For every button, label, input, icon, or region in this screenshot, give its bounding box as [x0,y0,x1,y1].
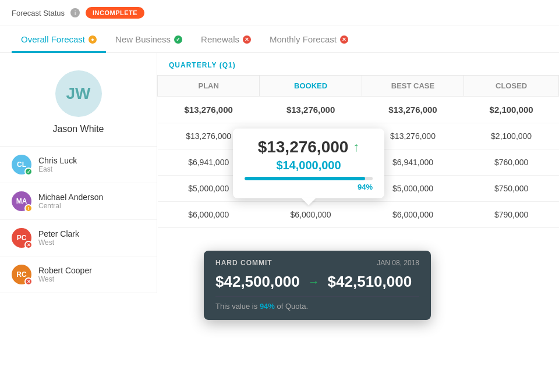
rep-region-pc: West [38,238,79,247]
rep-info-pc: Peter Clark West [38,229,79,247]
hard-commit-header: HARD COMMIT JAN 08, 2018 [215,259,419,267]
rep-info-cl: Chris Luck East [38,156,77,173]
tooltip-percent: 94% [245,183,373,191]
hard-commit-popup: HARD COMMIT JAN 08, 2018 $42,500,000 → $… [204,251,431,320]
rep-row-rc[interactable]: RC ✕ Robert Cooper West [0,256,157,293]
rep-avatar-ma: MA ! [12,191,31,211]
pc-closed: $750,000 [464,176,559,202]
tab-monthly[interactable]: Monthly Forecast ✕ [260,26,358,53]
rep-name-pc: Peter Clark [38,229,79,238]
hard-commit-label: HARD COMMIT [215,259,273,267]
rep-region-rc: West [38,275,92,283]
tab-renewals[interactable]: Renewals ✕ [192,26,260,53]
jw-booked: $13,276,000 [260,97,362,123]
rep-avatar-cl: CL ✓ [12,155,31,174]
jw-closed: $2,100,000 [464,97,559,123]
rep-info-ma: Michael Anderson Central [38,193,103,210]
rep-region-cl: East [38,165,77,173]
rep-region-ma: Central [38,202,103,210]
rep-name-rc: Robert Cooper [38,266,92,275]
rep-info-rc: Robert Cooper West [38,266,92,283]
ma-closed: $760,000 [464,149,559,176]
main-user-name: Jason White [52,124,104,134]
tooltip-main-value: $13,276,000 ↑ [245,138,373,156]
col-best-case: BEST CASE [362,76,464,97]
left-panel: JW Jason White CL ✓ Chris Luck East MA ! [0,53,157,293]
status-badge: INCOMPLETE [86,7,144,19]
rep-status-dot-ma: ! [24,204,33,212]
progress-bar-fill [245,177,365,180]
tab-monthly-label: Monthly Forecast [270,34,337,44]
table-row-rc[interactable]: $6,000,000 $6,000,000 $6,000,000 $790,00… [158,202,559,228]
rep-row[interactable]: CL ✓ Chris Luck East [0,147,157,183]
hard-commit-footer: This value is 94% of Quota. [215,297,419,311]
col-booked: BOOKED [260,76,362,97]
rep-avatar-rc: RC ✕ [12,265,31,284]
tooltip-bubble: $13,276,000 ↑ $14,000,000 94% [233,129,384,198]
main-content: JW Jason White CL ✓ Chris Luck East MA ! [0,53,559,293]
tooltip-up-arrow: ↑ [353,140,359,155]
hard-commit-footer-end: of Quota. [277,302,308,311]
tab-new-business-label: New Business [115,34,171,44]
app-container: Forecast Status i INCOMPLETE Overall For… [0,0,559,392]
jw-plan: $13,276,000 [158,97,260,123]
tab-overall-dot: ● [89,35,97,44]
rep-avatar-pc: PC ✕ [12,228,31,248]
tab-renewals-label: Renewals [201,34,239,44]
hard-commit-arrow: → [308,275,320,288]
tab-new-business-dot: ✓ [174,35,182,44]
tooltip-container: $13,276,000 ↑ $14,000,000 94% [233,129,384,198]
rep-row-ma[interactable]: MA ! Michael Anderson Central [0,183,157,220]
period-label: QUARTERLY (Q1) [157,53,559,75]
rep-status-dot-rc: ✕ [24,277,33,286]
hard-commit-from-value: $42,500,000 [215,273,300,291]
rep-row-pc[interactable]: PC ✕ Peter Clark West [0,220,157,256]
forecast-status-label: Forecast Status [12,9,65,17]
rc-plan: $6,000,000 [158,202,260,228]
rep-name-cl: Chris Luck [38,156,77,165]
rc-closed: $790,000 [464,202,559,228]
forecast-status-bar: Forecast Status i INCOMPLETE [0,0,559,26]
table-row-jw[interactable]: $13,276,000 $13,276,000 $13,276,000 $2,1… [158,97,559,123]
tab-renewals-dot: ✕ [243,35,251,44]
main-user-avatar: JW [55,70,102,117]
rep-status-dot-cl: ✓ [24,168,33,176]
tab-new-business[interactable]: New Business ✓ [106,26,192,53]
hard-commit-date: JAN 08, 2018 [377,259,419,267]
cl-closed: $2,100,000 [464,123,559,149]
tooltip-sub-value: $14,000,000 [245,159,373,172]
rep-name-ma: Michael Anderson [38,193,103,202]
jw-best-case: $13,276,000 [362,97,464,123]
col-plan: PLAN [158,76,260,97]
tab-overall-label: Overall Forecast [21,34,85,44]
rc-best-case: $6,000,000 [362,202,464,228]
col-closed: CLOSED [464,76,559,97]
tab-overall[interactable]: Overall Forecast ● [12,26,106,53]
progress-bar-container [245,177,373,180]
tab-monthly-dot: ✕ [340,35,348,44]
tabs-bar: Overall Forecast ● New Business ✓ Renewa… [0,26,559,53]
tooltip-main-amount: $13,276,000 [258,138,349,156]
hard-commit-to-value: $42,510,000 [328,273,412,291]
info-icon[interactable]: i [70,8,80,17]
rc-booked: $6,000,000 [260,202,362,228]
rep-status-dot-pc: ✕ [24,241,33,249]
hard-commit-percent: 94% [260,302,275,311]
hard-commit-footer-text: This value is [215,302,257,311]
hard-commit-values: $42,500,000 → $42,510,000 [215,273,419,291]
avatar-section: JW Jason White [0,53,157,147]
